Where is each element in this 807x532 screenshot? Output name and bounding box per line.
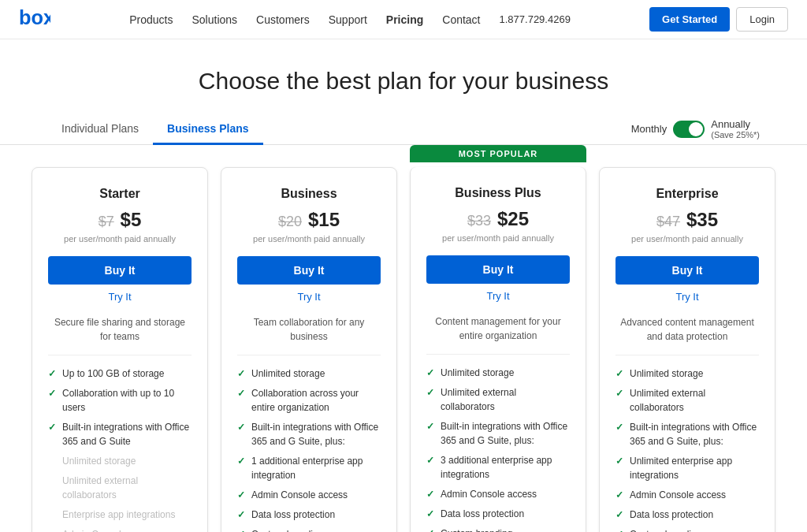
feature-item: Unlimited enterprise app integrations xyxy=(615,454,759,482)
plan-period: per user/month paid annually xyxy=(615,234,759,244)
hero-section: Choose the best plan for your business xyxy=(0,39,807,113)
plan-tabs: Individual Plans Business Plans xyxy=(47,113,263,144)
nav-phone: 1.877.729.4269 xyxy=(500,13,571,25)
try-link[interactable]: Try It xyxy=(237,291,381,303)
nav-solutions[interactable]: Solutions xyxy=(192,13,237,26)
feature-item: Custom branding xyxy=(237,527,381,532)
billing-annually-wrapper: Annually (Save 25%*) xyxy=(711,118,760,140)
try-link[interactable]: Try It xyxy=(48,291,192,303)
feature-item: Collaboration with up to 10 users xyxy=(48,386,192,415)
plan-old-price: $33 xyxy=(467,213,491,229)
feature-item: 3 additional enterprise app integrations xyxy=(426,453,570,482)
plan-description: Advanced content management and data pro… xyxy=(615,315,759,355)
feature-item: Custom branding xyxy=(615,527,759,532)
plan-period: per user/month paid annually xyxy=(426,233,570,243)
feature-item: Collaboration across your entire organiz… xyxy=(237,386,381,415)
buy-button[interactable]: Buy It xyxy=(426,255,570,284)
logo: box xyxy=(19,7,50,32)
svg-text:box: box xyxy=(19,7,50,28)
plan-new-price: $35 xyxy=(686,209,718,230)
plan-period: per user/month paid annually xyxy=(48,234,192,244)
buy-button[interactable]: Buy It xyxy=(48,256,192,285)
plan-description: Content management for your entire organ… xyxy=(426,314,570,355)
plans-container: Starter $7 $5 per user/month paid annual… xyxy=(0,167,807,532)
get-started-button[interactable]: Get Started xyxy=(649,7,730,32)
features-list: Unlimited storage Collaboration across y… xyxy=(237,366,381,532)
nav-customers[interactable]: Customers xyxy=(256,13,310,26)
tabs-row: Individual Plans Business Plans Monthly … xyxy=(0,113,807,145)
plan-name: Enterprise xyxy=(615,187,759,201)
plan-period: per user/month paid annually xyxy=(237,234,381,244)
nav-links: Products Solutions Customers Support Pri… xyxy=(129,13,571,26)
feature-item: Unlimited storage xyxy=(48,454,192,468)
plan-old-price: $20 xyxy=(278,214,302,229)
feature-item: Unlimited external collaborators xyxy=(615,386,759,415)
tab-business-plans[interactable]: Business Plans xyxy=(153,114,263,145)
plan-old-price: $47 xyxy=(656,214,680,229)
plan-new-price: $5 xyxy=(121,209,142,230)
plan-name: Business Plus xyxy=(426,186,570,200)
feature-item: Data loss protection xyxy=(426,507,570,521)
plan-description: Secure file sharing and storage for team… xyxy=(48,315,192,355)
feature-item: Data loss protection xyxy=(237,508,381,522)
feature-item: Unlimited storage xyxy=(426,366,570,380)
feature-item: Admin Console access xyxy=(48,527,192,532)
plan-old-price: $7 xyxy=(99,214,114,229)
plan-card-business: Business $20 $15 per user/month paid ann… xyxy=(221,167,397,532)
feature-item: Unlimited external collaborators xyxy=(48,474,192,502)
navbar: box Products Solutions Customers Support… xyxy=(0,0,807,39)
feature-item: Admin Console access xyxy=(237,488,381,502)
plan-new-price: $25 xyxy=(497,208,529,229)
toggle-thumb xyxy=(689,122,703,136)
feature-item: 1 additional enterprise app integration xyxy=(237,454,381,482)
feature-item: Up to 100 GB of storage xyxy=(48,366,192,381)
features-list: Up to 100 GB of storage Collaboration wi… xyxy=(48,366,192,532)
feature-item: Unlimited external collaborators xyxy=(426,385,570,414)
plan-pricing: $33 $25 xyxy=(426,208,570,230)
feature-item: Built-in integrations with Office 365 an… xyxy=(48,420,192,448)
features-list: Unlimited storage Unlimited external col… xyxy=(426,366,570,532)
popular-badge: MOST POPULAR xyxy=(410,145,586,162)
nav-support[interactable]: Support xyxy=(329,13,367,26)
plan-description: Team collaboration for any business xyxy=(237,315,381,355)
feature-item: Unlimited storage xyxy=(237,366,381,381)
feature-item: Data loss protection xyxy=(615,508,759,522)
feature-item: Unlimited storage xyxy=(615,366,759,381)
plan-name: Starter xyxy=(48,187,192,201)
try-link[interactable]: Try It xyxy=(426,290,570,302)
nav-pricing[interactable]: Pricing xyxy=(386,13,423,26)
billing-monthly-label: Monthly xyxy=(631,123,668,135)
hero-title: Choose the best plan for your business xyxy=(16,68,791,95)
nav-products[interactable]: Products xyxy=(129,13,173,26)
plan-card-business-plus: MOST POPULAR Business Plus $33 $25 per u… xyxy=(410,167,586,532)
feature-item: Built-in integrations with Office 365 an… xyxy=(426,419,570,448)
feature-item: Admin Console access xyxy=(615,488,759,502)
buy-button[interactable]: Buy It xyxy=(237,256,381,285)
billing-annually-label: Annually xyxy=(711,118,750,130)
plan-name: Business xyxy=(237,187,381,201)
plan-pricing: $20 $15 xyxy=(237,209,381,231)
feature-item: Built-in integrations with Office 365 an… xyxy=(237,420,381,448)
try-link[interactable]: Try It xyxy=(615,291,759,303)
plan-card-starter: Starter $7 $5 per user/month paid annual… xyxy=(32,167,208,532)
plan-new-price: $15 xyxy=(308,209,340,230)
tab-individual-plans[interactable]: Individual Plans xyxy=(47,114,153,145)
login-button[interactable]: Login xyxy=(736,7,788,32)
billing-toggle: Monthly Annually (Save 25%*) xyxy=(631,118,760,140)
plan-card-enterprise: Enterprise $47 $35 per user/month paid a… xyxy=(599,167,775,532)
feature-item: Built-in integrations with Office 365 an… xyxy=(615,420,759,448)
billing-save-label: (Save 25%*) xyxy=(711,130,760,140)
feature-item: Custom branding xyxy=(426,526,570,532)
buy-button[interactable]: Buy It xyxy=(615,256,759,285)
feature-item: Admin Console access xyxy=(426,487,570,501)
features-list: Unlimited storage Unlimited external col… xyxy=(615,366,759,532)
nav-contact[interactable]: Contact xyxy=(442,13,480,26)
plan-pricing: $7 $5 xyxy=(48,209,192,231)
nav-actions: Get Started Login xyxy=(649,7,788,32)
billing-toggle-switch[interactable] xyxy=(673,121,705,138)
feature-item: Enterprise app integrations xyxy=(48,508,192,522)
plan-pricing: $47 $35 xyxy=(615,209,759,231)
